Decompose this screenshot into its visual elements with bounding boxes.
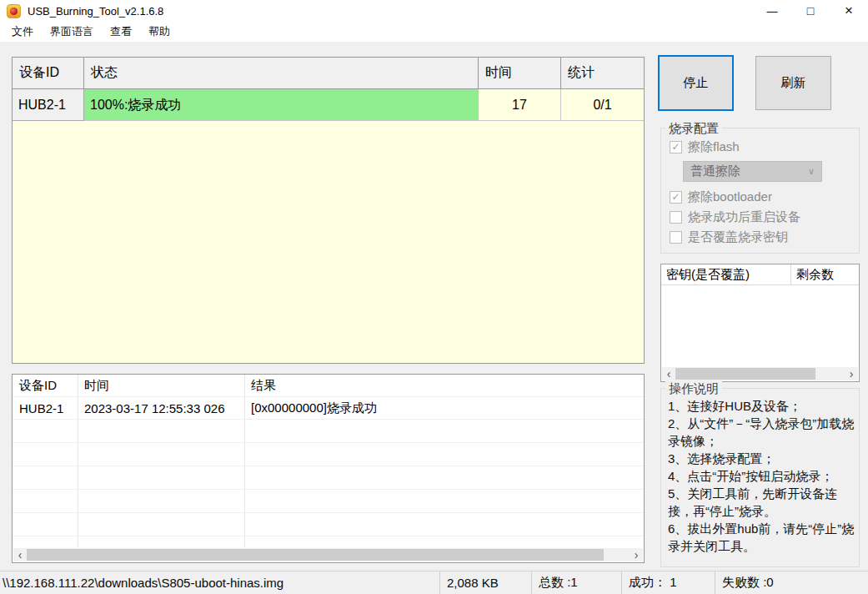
app-logo-icon: [7, 4, 21, 18]
log-result-cell: [0x00000000]烧录成功: [244, 400, 644, 416]
titlebar: USB_Burning_Tool_v2.1.6.8 — □ ×: [0, 0, 868, 22]
log-device-id-cell: HUB2-1: [13, 401, 78, 415]
device-row[interactable]: HUB2-1 100%:烧录成功 17 0/1: [13, 89, 644, 121]
reboot-after-success-checkbox[interactable]: ✓: [670, 211, 682, 224]
menu-item-help[interactable]: 帮助: [140, 22, 178, 42]
log-empty-row: [13, 466, 644, 490]
log-table: 设备ID 时间 结果 HUB2-1 2023-03-17 12:55:33 02…: [12, 374, 645, 563]
device-time-cell: 17: [479, 89, 561, 121]
key-table-header: 密钥(是否覆盖) 剩余数: [661, 264, 859, 285]
app-window: USB_Burning_Tool_v2.1.6.8 — □ × 文件 界面语言 …: [0, 0, 868, 594]
key-table-hscrollbar[interactable]: ‹ ›: [662, 367, 858, 380]
maximize-button[interactable]: □: [791, 0, 830, 22]
erase-mode-dropdown[interactable]: 普通擦除 ∨: [683, 161, 822, 182]
menu-item-view[interactable]: 查看: [102, 22, 140, 42]
menu-item-file[interactable]: 文件: [3, 22, 42, 42]
log-table-scroll-thumb[interactable]: [27, 549, 604, 561]
erase-flash-checkbox[interactable]: ✓: [670, 141, 682, 154]
instruction-line: 5、关闭工具前，先断开设备连接，再“停止”烧录。: [668, 485, 855, 520]
erase-bootloader-checkbox[interactable]: ✓: [670, 191, 682, 204]
device-status-text: 100%:烧录成功: [84, 89, 478, 120]
scroll-left-icon[interactable]: ‹: [662, 367, 675, 380]
instruction-line: 6、拔出外置hub前，请先“停止”烧录并关闭工具。: [668, 520, 855, 555]
log-empty-row: [13, 420, 644, 443]
window-title: USB_Burning_Tool_v2.1.6.8: [28, 5, 163, 18]
refresh-button[interactable]: 刷新: [755, 56, 831, 110]
overwrite-burn-key-label: 是否覆盖烧录密钥: [688, 229, 788, 245]
device-stats-cell: 0/1: [561, 89, 644, 121]
key-table-header-remaining[interactable]: 剩余数: [791, 264, 859, 284]
minimize-button[interactable]: —: [753, 0, 791, 22]
device-table-header-device-id[interactable]: 设备ID: [13, 58, 84, 88]
status-fail-count: 失败数 :0: [715, 571, 868, 594]
close-icon: ×: [845, 3, 853, 19]
device-table-header: 设备ID 状态 时间 统计: [13, 58, 644, 89]
erase-flash-label: 擦除flash: [688, 139, 740, 155]
device-table-header-time[interactable]: 时间: [479, 58, 561, 88]
chevron-down-icon: ∨: [808, 167, 815, 176]
scroll-right-icon[interactable]: ›: [630, 548, 643, 561]
status-file-path: \\192.168.111.22\downloads\S805-uboot-hi…: [0, 571, 439, 594]
option-reboot-after-success[interactable]: ✓ 烧录成功后重启设备: [670, 210, 800, 224]
erase-bootloader-label: 擦除bootloader: [688, 189, 772, 205]
key-table-scroll-thumb[interactable]: [675, 368, 815, 380]
instructions-title: 操作说明: [665, 380, 722, 396]
log-table-header: 设备ID 时间 结果: [13, 375, 644, 397]
maximize-icon: □: [807, 4, 814, 18]
log-empty-row: [13, 513, 644, 536]
device-table: 设备ID 状态 时间 统计 HUB2-1 100%:烧录成功 17 0/1: [12, 57, 645, 364]
instruction-line: 3、选择烧录配置；: [668, 450, 855, 467]
status-success-count: 成功： 1: [621, 571, 715, 594]
reboot-after-success-label: 烧录成功后重启设备: [688, 209, 800, 225]
instructions-text: 1、连接好HUB及设备； 2、从“文件”－“导入烧录包”加载烧录镜像； 3、选择…: [661, 389, 859, 555]
instruction-line: 2、从“文件”－“导入烧录包”加载烧录镜像；: [668, 415, 855, 450]
window-controls: — □ ×: [753, 0, 868, 22]
key-table-header-key[interactable]: 密钥(是否覆盖): [661, 264, 791, 284]
overwrite-burn-key-checkbox[interactable]: ✓: [670, 231, 682, 244]
check-icon: ✓: [671, 192, 680, 202]
menu-item-language[interactable]: 界面语言: [42, 22, 102, 42]
key-table: 密钥(是否覆盖) 剩余数 ‹ ›: [660, 264, 860, 382]
statusbar: \\192.168.111.22\downloads\S805-uboot-hi…: [0, 571, 868, 594]
erase-mode-value: 普通擦除: [690, 164, 740, 179]
burn-config-group: 烧录配置 ✓ 擦除flash 普通擦除 ∨ ✓ 擦除bootloader ✓ 烧…: [660, 128, 860, 254]
log-table-column-divider: [78, 375, 78, 548]
instruction-line: 1、连接好HUB及设备；: [668, 397, 855, 415]
log-time-cell: 2023-03-17 12:55:33 026: [78, 401, 244, 415]
instruction-line: 4、点击“开始”按钮启动烧录；: [668, 467, 855, 485]
log-table-header-time[interactable]: 时间: [78, 378, 244, 394]
device-status-cell: 100%:烧录成功: [84, 89, 479, 121]
menubar: 文件 界面语言 查看 帮助: [0, 22, 868, 42]
option-overwrite-burn-key[interactable]: ✓ 是否覆盖烧录密钥: [670, 230, 788, 244]
log-empty-row: [13, 490, 644, 513]
close-button[interactable]: ×: [830, 0, 868, 22]
status-total-count: 总数 :1: [531, 571, 621, 594]
log-row[interactable]: HUB2-1 2023-03-17 12:55:33 026 [0x000000…: [13, 397, 644, 420]
option-erase-bootloader[interactable]: ✓ 擦除bootloader: [670, 190, 772, 204]
device-table-header-status[interactable]: 状态: [84, 58, 479, 88]
instructions-group: 操作说明 1、连接好HUB及设备； 2、从“文件”－“导入烧录包”加载烧录镜像；…: [660, 388, 860, 567]
log-table-header-device-id[interactable]: 设备ID: [13, 378, 78, 394]
device-table-header-stats[interactable]: 统计: [561, 58, 644, 88]
log-table-column-divider: [244, 375, 245, 548]
check-icon: ✓: [671, 142, 680, 152]
log-table-hscrollbar[interactable]: ‹ ›: [13, 548, 643, 561]
log-empty-row: [13, 443, 644, 466]
minimize-icon: —: [767, 5, 778, 18]
scroll-left-icon[interactable]: ‹: [13, 548, 27, 561]
stop-button[interactable]: 停止: [658, 55, 734, 111]
device-id-cell: HUB2-1: [13, 89, 84, 121]
status-file-size: 2,088 KB: [439, 571, 531, 594]
option-erase-flash[interactable]: ✓ 擦除flash: [670, 140, 740, 154]
burn-config-title: 烧录配置: [665, 120, 722, 136]
log-table-header-result[interactable]: 结果: [244, 378, 644, 394]
scroll-right-icon[interactable]: ›: [845, 367, 858, 380]
